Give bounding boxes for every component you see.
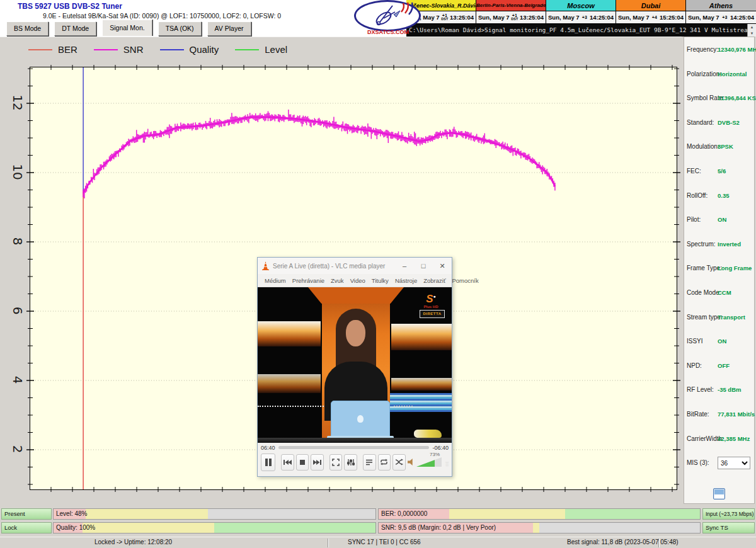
lock-indicator: Lock	[1, 522, 52, 534]
meter-label: SNR: 9,5 dB (Margin: 0,2 dB | Very Poor)	[381, 523, 496, 533]
legend-label: BER	[58, 44, 77, 55]
studio-led-strip	[394, 406, 413, 407]
clock-dubai: DubaiSun, May 7+415:25:04	[616, 0, 686, 24]
statusbar-divider	[328, 539, 328, 547]
param-label: RF Level:	[687, 386, 714, 393]
satellite-dish-logo-icon	[354, 0, 421, 31]
clock-athens: AthensSun, May 7+314:25:04	[686, 0, 756, 24]
scroll-up-icon[interactable]: ▲	[750, 25, 754, 29]
minimize-button[interactable]: –	[395, 258, 414, 274]
param-label: Frame Type:	[687, 265, 722, 271]
legend-label: Quality	[190, 44, 219, 55]
param-label: RollOff:	[687, 192, 707, 199]
param-row: Frequency:12340,976 MHz	[684, 46, 755, 56]
meter-segment	[83, 523, 215, 533]
input-indicator: Input (~23,73 Mbps)	[702, 508, 755, 520]
param-value: 5/6	[718, 168, 726, 174]
clock-city-label: Dubai	[616, 0, 685, 11]
vlc-titlebar[interactable]: Serie A Live (diretta) - VLC media playe…	[258, 258, 452, 274]
vlc-menu-titulky[interactable]: Titulky	[369, 277, 392, 284]
seek-bar[interactable]	[278, 446, 430, 449]
param-row: NPD:OFF	[684, 362, 755, 372]
save-window-icon[interactable]	[713, 488, 725, 499]
resize-grip-icon[interactable]: ░	[445, 462, 449, 466]
vlc-menu-zobrazi-[interactable]: Zobraziť	[420, 277, 449, 284]
equalizer-button[interactable]	[344, 454, 357, 471]
param-label: NPD:	[687, 362, 702, 369]
mis-select[interactable]: 36	[718, 457, 750, 469]
vlc-seek-row: 06:40 -06:40	[258, 443, 452, 452]
param-label: Frequency:	[687, 46, 718, 53]
clock-city-label: Moscow	[546, 0, 616, 11]
time-remaining: -06:40	[432, 445, 449, 451]
terminal-text: C:\Users\Roman Dávid>Signal monitoring_P…	[409, 26, 756, 33]
meter-segment	[214, 523, 375, 533]
param-row: Stream type:Transport	[684, 314, 755, 324]
y-tick-label: 4	[8, 370, 27, 389]
tab-av-player[interactable]: AV Player	[207, 21, 251, 36]
laptop	[331, 401, 390, 437]
quality-meter: Quality: 100%	[53, 522, 376, 534]
param-value: Long Frame	[718, 265, 752, 271]
studio-shelf	[258, 374, 321, 393]
param-row: BitRate:77,831 Mbit/s	[684, 411, 755, 421]
vlc-menubar: MédiumPrehrávanieZvukVideoTitulkyNástroj…	[258, 274, 452, 287]
volume-slider[interactable]	[416, 457, 442, 467]
vlc-menu-n-stroje[interactable]: Nástroje	[392, 277, 420, 284]
scroll-down-icon[interactable]: ▼	[750, 31, 754, 35]
signal-parameters-sidebar: Frequency:12340,976 MHzPolarization:Hori…	[684, 37, 755, 504]
vlc-menu-zvuk[interactable]: Zvuk	[328, 277, 347, 284]
uptime-status: Locked -> Uptime: 12:08:20	[94, 539, 172, 545]
volume-control[interactable]: 73% ░	[408, 457, 449, 467]
tab-signal-mon-[interactable]: Signal Mon.	[102, 20, 152, 36]
playlist-button[interactable]	[363, 454, 376, 471]
y-tick-label: 8	[8, 232, 27, 251]
meter-segment	[86, 509, 208, 519]
terminal-scrollbar[interactable]: ▲▼	[747, 24, 756, 37]
param-label: Polarization:	[687, 71, 721, 77]
vlc-video-area[interactable]: S● Plus HD DIRETTA	[258, 287, 452, 443]
presenter-face	[346, 320, 365, 346]
sync-status: SYNC 17 | TEI 0 | CC 656	[348, 539, 421, 545]
desk-object	[414, 430, 442, 438]
param-value: 77,831 Mbit/s	[718, 411, 755, 418]
maximize-button[interactable]: □	[414, 258, 433, 274]
y-tick-label: 6	[8, 301, 27, 320]
param-row: Modulation:8PSK	[684, 143, 755, 153]
param-row: RF Level:-35 dBm	[684, 386, 755, 396]
previous-button[interactable]	[281, 454, 294, 471]
close-button[interactable]: ✕	[433, 258, 452, 274]
clock-city-label: Berlin-Paris-Vienna-Belgrade	[476, 0, 546, 11]
stop-button[interactable]	[296, 454, 309, 471]
vlc-controls: 73% ░	[258, 452, 452, 472]
meter-segment	[208, 509, 375, 519]
time-elapsed: 06:40	[261, 445, 275, 451]
legend-line-icon	[28, 49, 52, 50]
vlc-menu-video[interactable]: Video	[347, 277, 369, 284]
pause-button[interactable]	[261, 454, 275, 471]
param-row: Spectrum:Inverted	[684, 241, 755, 251]
param-row: Standard:DVB-S2	[684, 119, 755, 129]
vlc-menu-m-dium[interactable]: Médium	[261, 277, 289, 284]
vlc-menu-pomocn-k[interactable]: Pomocník	[449, 277, 482, 284]
shuffle-button[interactable]	[392, 454, 406, 471]
fullscreen-button[interactable]	[329, 454, 343, 471]
tab-tsa-ok-[interactable]: TSA (OK)	[158, 21, 202, 36]
y-tick-label: 10	[8, 163, 27, 181]
next-button[interactable]	[311, 454, 324, 471]
legend-label: Level	[265, 44, 287, 55]
statusbar: Locked -> Uptime: 12:08:20 SYNC 17 | TEI…	[0, 537, 756, 548]
param-row: Pilot:ON	[684, 216, 755, 226]
loop-button[interactable]	[378, 454, 391, 471]
vlc-window-title: Serie A Live (diretta) - VLC media playe…	[273, 263, 395, 270]
tab-dt-mode[interactable]: DT Mode	[54, 21, 96, 36]
terminal-command-line[interactable]: C:\Users\Roman Dávid>Signal monitoring_P…	[406, 24, 756, 37]
tab-bs-mode[interactable]: BS Mode	[6, 21, 49, 36]
studio-desk	[258, 438, 452, 443]
meter-segment	[533, 523, 539, 533]
vlc-menu-prehr-vanie[interactable]: Prehrávanie	[289, 277, 328, 284]
param-row: RollOff:0.35	[684, 192, 755, 202]
clock-time: Sun, May 7+314:25:04	[686, 11, 756, 23]
studio-led-strip	[258, 406, 328, 407]
param-row: Frame Type:Long Frame	[684, 265, 755, 275]
